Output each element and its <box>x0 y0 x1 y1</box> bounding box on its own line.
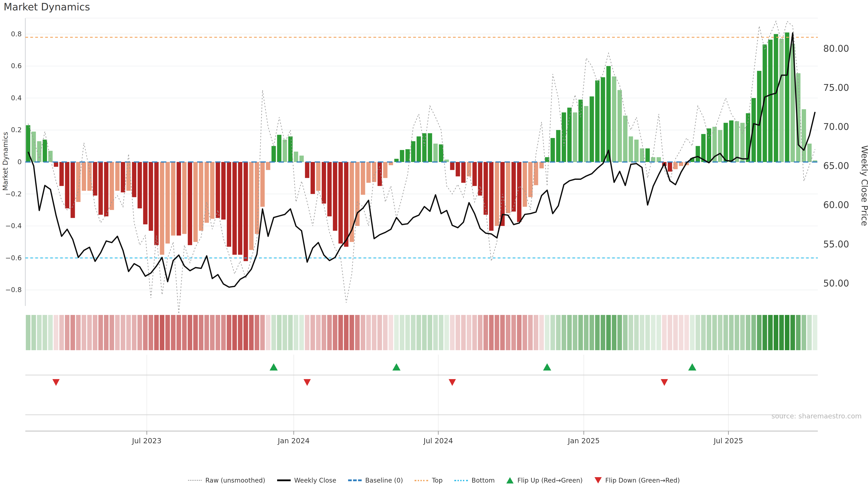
oscillator-bar <box>294 152 298 162</box>
oscillator-bar <box>221 162 225 220</box>
legend-label: Baseline (0) <box>365 477 403 484</box>
right-tick-label: 50.00 <box>823 278 849 289</box>
heatmap-cell <box>802 315 806 350</box>
heatmap-cell <box>579 315 583 350</box>
oscillator-bar <box>227 162 231 247</box>
heatmap-cell <box>366 315 371 350</box>
heatmap-cell <box>634 315 639 350</box>
heatmap-cell <box>171 315 176 350</box>
oscillator-bar <box>590 96 594 162</box>
heatmap-cell <box>221 315 225 350</box>
legend: Raw (unsmoothed)Weekly CloseBaseline (0)… <box>0 477 868 484</box>
raw-swatch-icon <box>188 480 202 481</box>
heatmap-cell <box>126 315 131 350</box>
oscillator-bar <box>779 39 784 162</box>
oscillator-bar <box>327 162 332 217</box>
heatmap-cell <box>561 315 566 350</box>
heatmap-cell <box>478 315 483 350</box>
oscillator-bar <box>232 162 237 255</box>
heatmap-cell <box>511 315 516 350</box>
heatmap-cell <box>656 315 661 350</box>
oscillator-bar <box>126 162 131 191</box>
heatmap-cell <box>232 315 237 350</box>
heatmap-cell <box>450 315 455 350</box>
legend-label: Raw (unsmoothed) <box>205 477 265 484</box>
oscillator-bar <box>188 162 192 245</box>
oscillator-bar <box>366 162 371 183</box>
heatmap-cell <box>472 315 477 350</box>
oscillator-bar <box>260 162 265 207</box>
oscillator-bar <box>551 138 555 162</box>
heatmap-cell <box>338 315 343 350</box>
legend-item-flip-up: Flip Up (Red→Green) <box>506 477 583 484</box>
oscillator-bar <box>606 66 611 162</box>
oscillator-bar <box>82 162 86 191</box>
oscillator-bar <box>300 156 304 162</box>
heatmap-cell <box>439 315 443 350</box>
heatmap-cell <box>344 315 348 350</box>
oscillator-bar <box>43 140 47 162</box>
oscillator-bar <box>244 162 248 261</box>
oscillator-bar <box>729 121 734 162</box>
x-tick-label: Jul 2023 <box>131 436 161 445</box>
heatmap-cell <box>377 315 382 350</box>
oscillator-bar <box>612 76 616 162</box>
baseline-swatch-icon <box>348 480 362 481</box>
heatmap-cell <box>718 315 722 350</box>
oscillator-bar <box>707 128 711 162</box>
heatmap-cell <box>154 315 159 350</box>
left-tick-label: 0.4 <box>11 94 22 102</box>
oscillator-bar <box>579 100 583 162</box>
heatmap-cell <box>489 315 494 350</box>
heatmap-cell <box>751 315 756 350</box>
heatmap-cell <box>93 315 97 350</box>
left-tick-label: 0.2 <box>11 126 22 134</box>
legend-item-raw: Raw (unsmoothed) <box>188 477 265 484</box>
oscillator-bar <box>149 162 153 231</box>
oscillator-bar <box>110 162 114 210</box>
oscillator-bar <box>534 162 538 185</box>
heatmap-cell <box>210 315 215 350</box>
heatmap-cell <box>288 315 293 350</box>
heatmap-cell <box>238 315 242 350</box>
heatmap-cell <box>645 315 650 350</box>
heatmap-cell <box>428 315 432 350</box>
oscillator-bar <box>433 144 438 162</box>
oscillator-bar <box>634 140 639 162</box>
left-tick-label: 0 <box>18 158 22 166</box>
oscillator-bar <box>723 123 728 162</box>
heatmap-cell <box>567 315 572 350</box>
oscillator-bar <box>171 162 176 236</box>
heatmap-cell <box>467 315 471 350</box>
oscillator-bar <box>456 162 460 176</box>
x-tick-label: Jan 2024 <box>277 436 310 445</box>
heatmap-cell <box>444 315 449 350</box>
oscillator-bar <box>165 162 170 243</box>
heatmap-cell <box>132 315 136 350</box>
heatmap-cell <box>790 315 795 350</box>
oscillator-bar <box>450 162 454 170</box>
heatmap-cell <box>249 315 254 350</box>
heatmap-cell <box>701 315 706 350</box>
oscillator-bar <box>266 162 270 170</box>
oscillator-bar <box>37 141 41 162</box>
oscillator-bar <box>657 157 661 162</box>
heatmap-cell <box>729 315 734 350</box>
heatmap-cell <box>266 315 270 350</box>
oscillator-bar <box>322 162 326 203</box>
right-tick-label: 65.00 <box>823 161 849 171</box>
oscillator-bar <box>512 162 516 212</box>
heatmap-cell <box>673 315 678 350</box>
oscillator-bar <box>205 162 209 223</box>
heatmap-cell <box>796 315 800 350</box>
oscillator-bar <box>416 136 421 162</box>
oscillator-bar <box>98 162 103 215</box>
heatmap-cell <box>227 315 231 350</box>
oscillator-bar <box>595 80 599 162</box>
oscillator-bar <box>160 162 164 255</box>
oscillator-bar <box>383 162 388 178</box>
oscillator-bar <box>584 106 588 162</box>
heatmap-cell <box>662 315 666 350</box>
oscillator-bar <box>210 162 214 219</box>
flip-up-marker <box>688 363 696 370</box>
